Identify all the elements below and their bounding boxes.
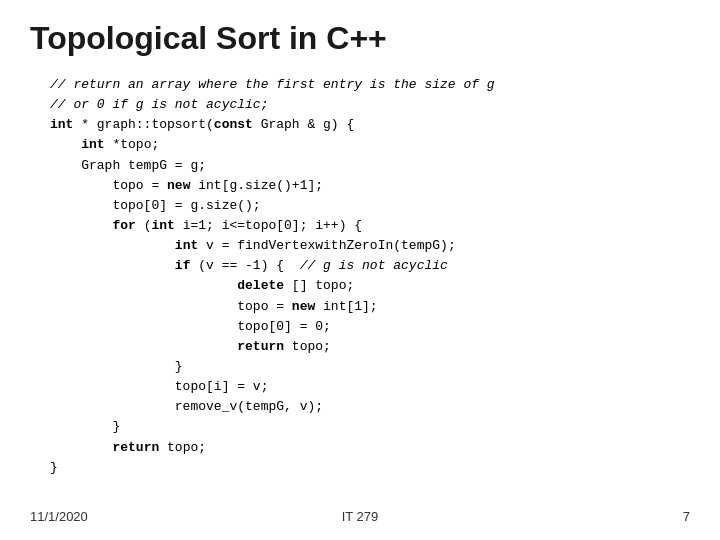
code-line-1: // return an array where the first entry… — [50, 77, 495, 92]
footer-date: 11/1/2020 — [30, 509, 88, 524]
code-line-13: topo[0] = 0; — [50, 319, 331, 334]
footer-course: IT 279 — [342, 509, 379, 524]
code-line-17: remove_v(tempG, v); — [50, 399, 323, 414]
code-line-6: topo = new int[g.size()+1]; — [50, 178, 323, 193]
slide-footer: 11/1/2020 IT 279 7 — [0, 509, 720, 524]
code-line-3: int * graph::topsort(const Graph & g) { — [50, 117, 354, 132]
code-line-12: topo = new int[1]; — [50, 299, 378, 314]
code-line-9: int v = findVertexwithZeroIn(tempG); — [50, 238, 456, 253]
slide-container: Topological Sort in C++ // return an arr… — [0, 0, 720, 540]
code-line-4: int *topo; — [50, 137, 159, 152]
code-line-7: topo[0] = g.size(); — [50, 198, 261, 213]
footer-page: 7 — [683, 509, 690, 524]
code-line-20: } — [50, 460, 58, 475]
code-line-8: for (int i=1; i<=topo[0]; i++) { — [50, 218, 362, 233]
code-line-14: return topo; — [50, 339, 331, 354]
code-line-19: return topo; — [50, 440, 206, 455]
code-line-10: if (v == -1) { // g is not acyclic — [50, 258, 448, 273]
code-line-16: topo[i] = v; — [50, 379, 268, 394]
slide-title: Topological Sort in C++ — [30, 20, 690, 57]
code-line-11: delete [] topo; — [50, 278, 354, 293]
code-line-18: } — [50, 419, 120, 434]
code-block: // return an array where the first entry… — [30, 75, 690, 478]
code-line-2: // or 0 if g is not acyclic; — [50, 97, 268, 112]
code-line-5: Graph tempG = g; — [50, 158, 206, 173]
code-line-15: } — [50, 359, 183, 374]
